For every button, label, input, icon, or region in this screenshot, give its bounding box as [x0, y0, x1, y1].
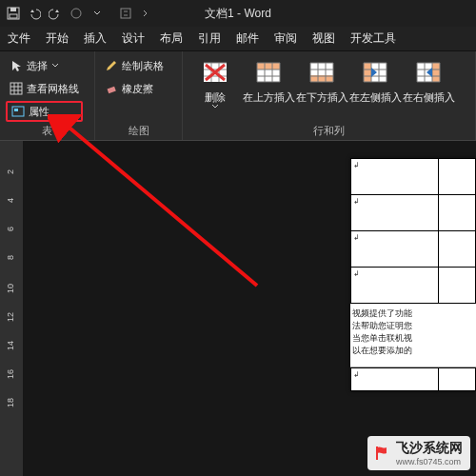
- tab-design[interactable]: 设计: [114, 27, 152, 50]
- page[interactable]: ↲ ↲ ↲ ↲ 视频提供了功能 法帮助您证明您 当您单击联机视 以在想要添加的 …: [350, 158, 476, 391]
- svg-rect-4: [121, 9, 130, 18]
- document-paragraph[interactable]: 视频提供了功能 法帮助您证明您 当您单击联机视 以在想要添加的: [350, 304, 476, 361]
- select-button[interactable]: 选择: [6, 55, 83, 76]
- watermark-name: 飞沙系统网: [396, 440, 463, 455]
- insert-right-label: 在右侧插入: [403, 91, 455, 104]
- tab-insert[interactable]: 插入: [76, 27, 114, 50]
- document-table[interactable]: ↲ ↲ ↲ ↲: [350, 158, 476, 304]
- insert-right-button[interactable]: 在右侧插入: [402, 55, 455, 122]
- table-cell[interactable]: [439, 231, 476, 268]
- insert-above-label: 在上方插入: [243, 91, 295, 104]
- insert-row-below-icon: [307, 57, 337, 88]
- svg-rect-11: [257, 63, 280, 69]
- ruler-mark: 12: [6, 312, 15, 322]
- group-table-label: 表: [6, 122, 89, 138]
- ruler-mark: 18: [6, 398, 15, 407]
- svg-rect-1: [10, 8, 16, 11]
- insert-left-button[interactable]: 在左侧插入: [348, 55, 402, 122]
- tab-view[interactable]: 视图: [305, 27, 343, 50]
- ribbon-group-rows-cols: 删除 在上方插入 在下方插入 在左侧插入: [183, 51, 476, 140]
- svg-rect-15: [364, 63, 371, 82]
- window-title: 文档1 - Word: [205, 6, 271, 22]
- insert-below-label: 在下方插入: [296, 91, 348, 104]
- vertical-ruler[interactable]: 2 4 6 8 10 12 14 16 18: [0, 141, 23, 476]
- ribbon-group-table: 选择 查看网格线 属性 表: [0, 51, 95, 140]
- tab-mailings[interactable]: 邮件: [228, 27, 267, 50]
- properties-icon: [11, 105, 25, 118]
- undo-icon[interactable]: [25, 4, 44, 23]
- touch-mode-icon[interactable]: [67, 4, 86, 23]
- table-cell[interactable]: ↲: [351, 159, 439, 195]
- insert-col-left-icon: [360, 57, 390, 88]
- workspace: 2 4 6 8 10 12 14 16 18 ↲ ↲ ↲ ↲ 视频提供了功能 法…: [0, 141, 476, 476]
- pencil-icon: [105, 59, 118, 72]
- tab-references[interactable]: 引用: [190, 27, 228, 50]
- svg-rect-2: [10, 14, 17, 18]
- ruler-mark: 16: [6, 369, 15, 379]
- redo-icon[interactable]: [46, 4, 65, 23]
- view-gridlines-label: 查看网格线: [27, 82, 79, 96]
- draw-table-label: 绘制表格: [122, 59, 164, 73]
- table-cell[interactable]: [439, 368, 476, 391]
- tab-home[interactable]: 开始: [38, 27, 76, 50]
- save-icon[interactable]: [4, 4, 23, 23]
- qat-overflow-icon[interactable]: [137, 4, 156, 23]
- delete-table-icon: [200, 57, 230, 88]
- properties-label: 属性: [29, 105, 50, 119]
- ribbon-tabs: 文件 开始 插入 设计 布局 引用 邮件 审阅 视图 开发工具: [0, 27, 476, 51]
- insert-above-button[interactable]: 在上方插入: [242, 55, 295, 122]
- select-label: 选择: [27, 59, 48, 73]
- tab-review[interactable]: 审阅: [267, 27, 305, 50]
- group-rowscols-label: 行和列: [188, 122, 469, 138]
- view-gridlines-button[interactable]: 查看网格线: [6, 78, 83, 99]
- insert-row-above-icon: [253, 57, 284, 88]
- insert-below-button[interactable]: 在下方插入: [295, 55, 348, 122]
- table-cell[interactable]: [439, 159, 476, 195]
- svg-rect-7: [14, 109, 18, 111]
- ruler-mark: 2: [6, 169, 15, 174]
- chevron-down-icon: [211, 104, 219, 109]
- draw-table-button[interactable]: 绘制表格: [101, 55, 168, 76]
- tab-layout[interactable]: 布局: [152, 27, 190, 50]
- svg-point-3: [71, 9, 81, 18]
- tab-file[interactable]: 文件: [0, 27, 38, 50]
- titlebar: 文档1 - Word: [0, 0, 476, 27]
- insert-col-right-icon: [413, 57, 444, 88]
- ruler-mark: 6: [6, 227, 15, 231]
- ruler-mark: 10: [6, 284, 15, 293]
- eraser-icon: [105, 82, 118, 95]
- svg-rect-17: [432, 63, 440, 82]
- flag-icon: [375, 446, 390, 461]
- properties-button[interactable]: 属性: [6, 101, 83, 122]
- ribbon-group-draw: 绘制表格 橡皮擦 绘图: [95, 51, 183, 140]
- table-cell[interactable]: ↲: [351, 195, 439, 231]
- svg-rect-5: [10, 83, 22, 94]
- ruler-mark: 8: [6, 255, 15, 260]
- eraser-button[interactable]: 橡皮擦: [101, 78, 168, 99]
- ruler-mark: 4: [6, 198, 15, 203]
- svg-rect-8: [108, 87, 116, 93]
- watermark: 飞沙系统网 www.fs0745.com: [367, 436, 470, 470]
- table-cell[interactable]: ↲: [351, 231, 439, 268]
- cursor-icon: [10, 59, 23, 72]
- chevron-down-icon: [51, 62, 59, 69]
- table-cell[interactable]: [439, 195, 476, 231]
- table-cell[interactable]: [439, 268, 476, 304]
- ruler-mark: 14: [6, 341, 15, 350]
- document-canvas[interactable]: ↲ ↲ ↲ ↲ 视频提供了功能 法帮助您证明您 当您单击联机视 以在想要添加的 …: [23, 141, 476, 476]
- delete-button[interactable]: 删除: [188, 55, 242, 122]
- insert-left-label: 在左侧插入: [349, 91, 402, 104]
- qat-more-icon[interactable]: [116, 4, 135, 23]
- group-draw-label: 绘图: [101, 122, 176, 138]
- tab-developer[interactable]: 开发工具: [343, 27, 404, 50]
- table-cell[interactable]: ↲: [351, 268, 439, 304]
- document-table-footer[interactable]: ↲: [350, 367, 476, 391]
- table-cell[interactable]: ↲: [351, 368, 439, 391]
- watermark-url: www.fs0745.com: [396, 457, 463, 466]
- qat-dropdown-icon[interactable]: [88, 4, 107, 23]
- delete-label: 删除: [205, 91, 226, 104]
- grid-icon: [10, 82, 23, 95]
- eraser-label: 橡皮擦: [122, 82, 153, 96]
- ribbon: 选择 查看网格线 属性 表: [0, 51, 476, 141]
